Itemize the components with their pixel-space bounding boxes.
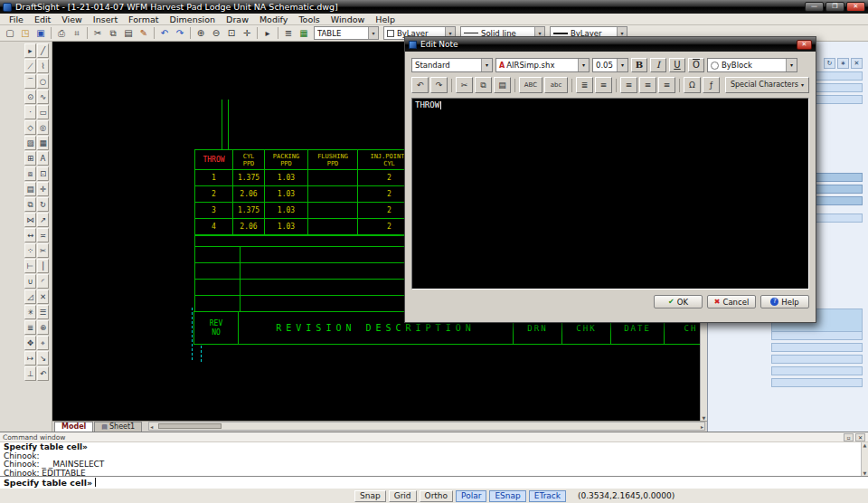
menu-window[interactable]: Window bbox=[326, 14, 370, 25]
cut-icon[interactable]: ✂ bbox=[90, 26, 105, 40]
select-icon[interactable]: ▸ bbox=[260, 26, 275, 40]
table-cell[interactable] bbox=[308, 219, 358, 235]
bold-button[interactable]: B bbox=[631, 58, 647, 72]
cancel-button[interactable]: ✖ Cancel bbox=[707, 295, 756, 308]
table-cell[interactable]: 2.06 bbox=[233, 186, 265, 203]
table-header-cell[interactable]: PACKING PPD bbox=[265, 150, 308, 170]
table-cell[interactable] bbox=[308, 170, 358, 186]
menu-modify[interactable]: Modify bbox=[254, 14, 293, 25]
move-icon[interactable]: ✛ bbox=[37, 182, 49, 196]
font-combo[interactable]: A AIRSimp.shx ▾ bbox=[495, 58, 590, 72]
table-cell[interactable] bbox=[308, 203, 358, 219]
toggle-snap[interactable]: Snap bbox=[354, 490, 386, 502]
chevron-down-icon[interactable]: ▾ bbox=[617, 59, 627, 71]
layer-color-icon[interactable]: ▦ bbox=[297, 26, 311, 40]
menu-view[interactable]: View bbox=[56, 14, 88, 25]
scroll-left-icon[interactable]: ◂ bbox=[150, 423, 153, 430]
pin-icon[interactable]: ∗ bbox=[837, 58, 849, 69]
table-cell[interactable]: 1.03 bbox=[265, 203, 308, 219]
open-icon[interactable]: ◳ bbox=[18, 26, 33, 40]
dialog-title-bar[interactable]: Edit Note ✕ bbox=[405, 37, 816, 52]
menu-format[interactable]: Format bbox=[123, 14, 164, 25]
toggle-etrack[interactable]: ETrack bbox=[529, 490, 566, 502]
revision-rev-no[interactable]: REV NO bbox=[193, 311, 239, 345]
numbered-list-icon[interactable]: ≣ bbox=[576, 77, 593, 93]
table-cell[interactable]: 1.03 bbox=[265, 186, 308, 203]
explode-icon[interactable]: ✳ bbox=[24, 305, 36, 319]
redo-icon[interactable]: ↷ bbox=[430, 77, 448, 93]
area-icon[interactable]: ▦ bbox=[37, 136, 49, 150]
undo-icon[interactable]: ↶ bbox=[157, 26, 172, 40]
close-button[interactable]: ✕ bbox=[846, 2, 865, 12]
save-icon[interactable]: ▣ bbox=[33, 26, 48, 40]
text-height-combo[interactable]: 0.05 ▾ bbox=[592, 58, 628, 72]
chevron-down-icon[interactable]: ▾ bbox=[786, 59, 797, 71]
spline-icon[interactable]: ∿ bbox=[37, 90, 49, 104]
erase-icon[interactable]: ✕ bbox=[37, 289, 49, 304]
close-icon[interactable]: ✕ bbox=[855, 433, 865, 441]
spell-check-icon[interactable]: ABC bbox=[519, 77, 542, 93]
align-right-icon[interactable]: ≡ bbox=[658, 77, 675, 93]
ok-button[interactable]: ✔ OK bbox=[654, 295, 703, 308]
copy-icon[interactable]: ⧉ bbox=[106, 26, 120, 40]
table-cell[interactable]: 4 bbox=[195, 219, 233, 235]
chevron-down-icon[interactable]: ▾ bbox=[368, 27, 378, 39]
circle-icon[interactable]: ○ bbox=[37, 74, 49, 89]
toggle-grid[interactable]: Grid bbox=[389, 490, 417, 502]
format-painter-icon[interactable]: ✎ bbox=[137, 26, 151, 40]
cut-icon[interactable]: ✂ bbox=[456, 77, 473, 93]
pan-icon[interactable]: ✛ bbox=[240, 26, 254, 40]
zoom-out-icon[interactable]: ⊖ bbox=[209, 26, 223, 40]
menu-help[interactable]: Help bbox=[370, 14, 401, 25]
minimize-button[interactable]: — bbox=[805, 2, 824, 12]
rotate-icon[interactable]: ↻ bbox=[37, 197, 49, 212]
ring-icon[interactable]: ◎ bbox=[37, 120, 49, 135]
redo-icon[interactable]: ↷ bbox=[173, 26, 187, 40]
table-cell[interactable]: 2 bbox=[195, 186, 233, 203]
table-cell[interactable]: 1.03 bbox=[265, 219, 308, 235]
copy-entity-icon[interactable]: ⧉ bbox=[24, 197, 36, 212]
align-left-icon[interactable]: ≡ bbox=[620, 77, 637, 93]
layers-manager-icon[interactable]: ≣ bbox=[281, 26, 296, 40]
zoom-icon[interactable]: ⊕ bbox=[37, 320, 49, 335]
scrollbar-thumb[interactable] bbox=[158, 423, 222, 429]
note-text-area[interactable]: THROW bbox=[411, 98, 809, 289]
close-icon[interactable]: ✕ bbox=[851, 58, 863, 69]
make-block-icon[interactable]: ⧈ bbox=[24, 166, 36, 181]
italic-button[interactable]: I bbox=[650, 58, 666, 72]
paste-icon[interactable]: ▤ bbox=[121, 26, 136, 40]
chevron-down-icon[interactable]: ▾ bbox=[481, 59, 492, 71]
print-preview-icon[interactable]: ⌗ bbox=[70, 26, 84, 40]
line-icon[interactable]: ╱ bbox=[37, 43, 49, 58]
table-cell[interactable] bbox=[308, 186, 358, 203]
property-field[interactable] bbox=[771, 355, 863, 364]
weld-icon[interactable]: ∪ bbox=[24, 274, 36, 289]
properties-icon[interactable]: ☰ bbox=[37, 305, 49, 319]
hatch-icon[interactable]: ▨ bbox=[24, 136, 36, 150]
measure-icon[interactable]: ⌖ bbox=[37, 336, 49, 350]
dialog-close-button[interactable]: ✕ bbox=[797, 40, 812, 50]
pattern-icon[interactable]: ⁘ bbox=[24, 243, 36, 258]
toggle-polar[interactable]: Polar bbox=[456, 490, 486, 502]
underline-button[interactable]: U bbox=[669, 58, 685, 72]
table-icon[interactable]: ⊞ bbox=[24, 151, 36, 166]
scale-icon[interactable]: ↗ bbox=[37, 213, 49, 227]
image-icon[interactable]: ▤ bbox=[24, 182, 36, 196]
fillet-icon[interactable]: ◜ bbox=[37, 274, 49, 289]
help-button[interactable]: ? Help bbox=[760, 295, 809, 308]
special-characters-button[interactable]: Special Characters ▾ bbox=[725, 77, 809, 93]
chamfer-icon[interactable]: ◿ bbox=[24, 289, 36, 304]
zoom-window-icon[interactable]: ⊡ bbox=[224, 26, 239, 40]
property-field[interactable] bbox=[771, 343, 863, 352]
polyline-icon[interactable]: ⌇ bbox=[37, 59, 49, 73]
menu-tools[interactable]: Tools bbox=[293, 14, 325, 25]
tab-sheet1[interactable]: ▤Sheet1 bbox=[94, 422, 142, 432]
mirror-icon[interactable]: ⋈ bbox=[24, 213, 36, 227]
table-cell[interactable]: 1.375 bbox=[233, 203, 265, 219]
toggle-ortho[interactable]: Ortho bbox=[420, 490, 454, 502]
insert-field-icon[interactable]: ƒ bbox=[703, 77, 720, 93]
point-icon[interactable]: · bbox=[24, 105, 36, 119]
menu-file[interactable]: File bbox=[4, 14, 29, 25]
float-icon[interactable]: ▫ bbox=[844, 433, 854, 441]
select-icon[interactable]: ▸ bbox=[24, 43, 36, 58]
